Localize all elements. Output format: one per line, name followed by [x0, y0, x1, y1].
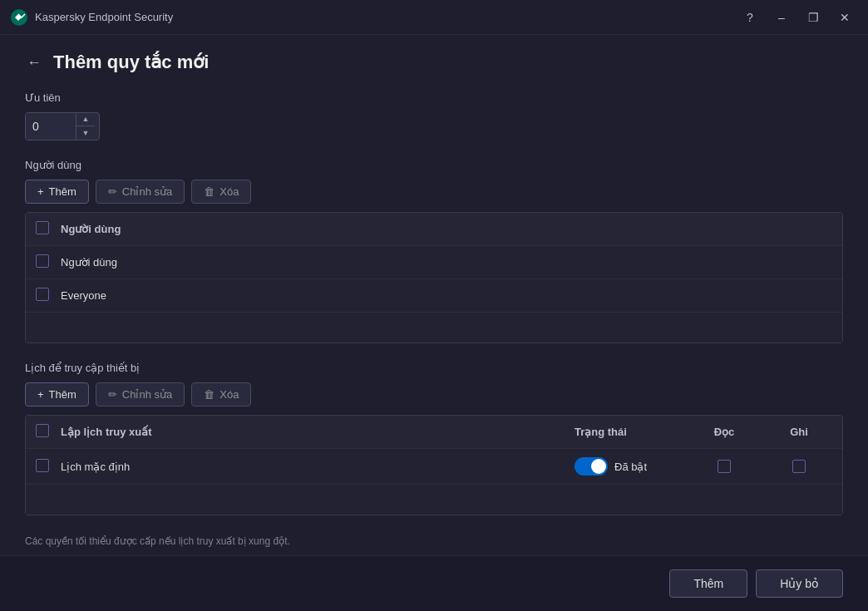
- users-delete-button[interactable]: 🗑 Xóa: [191, 180, 251, 204]
- schedule-header-write: Ghi: [766, 426, 832, 438]
- schedule-row1-write: [766, 460, 832, 473]
- titlebar: Kaspersky Endpoint Security ? – ❐ ✕: [0, 0, 868, 35]
- edit-icon: ✏: [108, 185, 117, 198]
- schedule-delete-label: Xóa: [219, 388, 239, 401]
- users-header-name: Người dùng: [61, 223, 832, 235]
- schedule-label: Lịch để truy cập thiết bị: [25, 362, 843, 374]
- page-header: ← Thêm quy tắc mới: [25, 52, 843, 73]
- users-add-label: Thêm: [49, 185, 76, 198]
- plus-icon: +: [37, 185, 44, 198]
- maximize-button[interactable]: ❐: [800, 6, 826, 29]
- users-add-button[interactable]: + Thêm: [25, 180, 89, 204]
- schedule-trash-icon: 🗑: [204, 388, 215, 401]
- users-empty-row: [26, 313, 842, 342]
- users-header-checkbox[interactable]: [36, 221, 49, 234]
- schedule-toolbar: + Thêm ✏ Chỉnh sửa 🗑 Xóa: [25, 382, 843, 407]
- schedule-edit-label: Chỉnh sửa: [122, 388, 172, 401]
- schedule-delete-button[interactable]: 🗑 Xóa: [191, 382, 251, 407]
- close-button[interactable]: ✕: [831, 6, 858, 29]
- schedule-header-name: Lập lịch truy xuất: [61, 426, 566, 438]
- main-content: ← Thêm quy tắc mới Ưu tiên ▲ ▼ Người dùn…: [0, 35, 868, 611]
- users-toolbar: + Thêm ✏ Chỉnh sửa 🗑 Xóa: [25, 180, 843, 204]
- schedule-row1-status: Đã bật: [575, 457, 683, 475]
- schedule-row-1[interactable]: Lịch mặc định Đã bật: [26, 449, 842, 485]
- users-row2-check: [36, 288, 52, 303]
- page-title: Thêm quy tắc mới: [53, 52, 209, 73]
- users-row2-checkbox[interactable]: [36, 288, 49, 301]
- schedule-row1-read: [691, 460, 757, 473]
- users-row1-name: Người dùng: [61, 256, 832, 269]
- users-row-2[interactable]: Everyone: [26, 279, 842, 313]
- cancel-button[interactable]: Hủy bỏ: [756, 569, 843, 598]
- users-edit-button[interactable]: ✏ Chỉnh sửa: [96, 180, 185, 204]
- users-row1-check: [36, 254, 52, 270]
- schedule-edit-icon: ✏: [108, 388, 117, 401]
- users-table-header: Người dùng: [26, 213, 842, 246]
- users-delete-label: Xóa: [219, 185, 239, 198]
- minimize-button[interactable]: –: [768, 6, 795, 29]
- schedule-add-label: Thêm: [49, 388, 76, 401]
- schedule-table: Lập lịch truy xuất Trạng thái Đọc Ghi Lị…: [25, 415, 843, 515]
- schedule-empty-row: [26, 485, 842, 515]
- users-header-check: [36, 221, 52, 237]
- priority-spin-down[interactable]: ▼: [76, 126, 95, 140]
- users-row1-checkbox[interactable]: [36, 254, 49, 268]
- priority-section: Ưu tiên ▲ ▼: [25, 91, 843, 140]
- schedule-section: Lịch để truy cập thiết bị + Thêm ✏ Chỉnh…: [25, 362, 843, 515]
- titlebar-logo: Kaspersky Endpoint Security: [10, 8, 737, 27]
- schedule-row1-toggle[interactable]: [575, 457, 608, 475]
- help-button[interactable]: ?: [737, 6, 763, 29]
- priority-label: Ưu tiên: [25, 91, 843, 104]
- schedule-row1-write-checkbox[interactable]: [792, 460, 806, 473]
- schedule-row1-status-label: Đã bật: [614, 461, 647, 473]
- schedule-edit-button[interactable]: ✏ Chỉnh sửa: [96, 382, 185, 407]
- schedule-row1-check: [36, 459, 52, 475]
- titlebar-controls: ? – ❐ ✕: [737, 6, 858, 29]
- trash-icon: 🗑: [204, 185, 215, 198]
- priority-input[interactable]: [26, 113, 76, 140]
- users-table: Người dùng Người dùng Everyone: [25, 212, 843, 343]
- schedule-header-checkbox[interactable]: [36, 424, 49, 437]
- schedule-add-button[interactable]: + Thêm: [25, 382, 89, 407]
- priority-input-wrapper: ▲ ▼: [25, 112, 100, 140]
- schedule-header-check: [36, 424, 52, 440]
- priority-spinners: ▲ ▼: [76, 113, 95, 140]
- schedule-row1-read-checkbox[interactable]: [718, 460, 731, 473]
- schedule-table-header: Lập lịch truy xuất Trạng thái Đọc Ghi: [26, 416, 842, 449]
- schedule-toggle-container: Đã bật: [575, 457, 683, 475]
- dialog-body: ← Thêm quy tắc mới Ưu tiên ▲ ▼ Người dùn…: [0, 35, 868, 535]
- users-label: Người dùng: [25, 159, 843, 171]
- titlebar-title: Kaspersky Endpoint Security: [35, 11, 173, 23]
- users-row2-name: Everyone: [61, 289, 832, 302]
- toggle-knob: [591, 459, 606, 474]
- priority-spin-up[interactable]: ▲: [76, 113, 95, 126]
- back-button[interactable]: ←: [25, 52, 43, 73]
- confirm-button[interactable]: Thêm: [669, 569, 747, 598]
- dialog-footer: Thêm Hủy bỏ: [0, 555, 868, 611]
- schedule-header-status: Trạng thái: [575, 426, 683, 438]
- schedule-row1-name: Lịch mặc định: [61, 461, 566, 473]
- users-row-1[interactable]: Người dùng: [26, 246, 842, 279]
- users-section: Người dùng + Thêm ✏ Chỉnh sửa 🗑 Xóa: [25, 159, 843, 343]
- users-edit-label: Chỉnh sửa: [122, 185, 172, 198]
- schedule-plus-icon: +: [37, 388, 44, 401]
- schedule-row1-checkbox[interactable]: [36, 459, 49, 472]
- schedule-header-read: Đọc: [691, 426, 757, 438]
- kaspersky-logo-icon: [10, 8, 28, 27]
- footer-note: Các quyền tối thiểu được cấp nếu lịch tr…: [0, 535, 868, 555]
